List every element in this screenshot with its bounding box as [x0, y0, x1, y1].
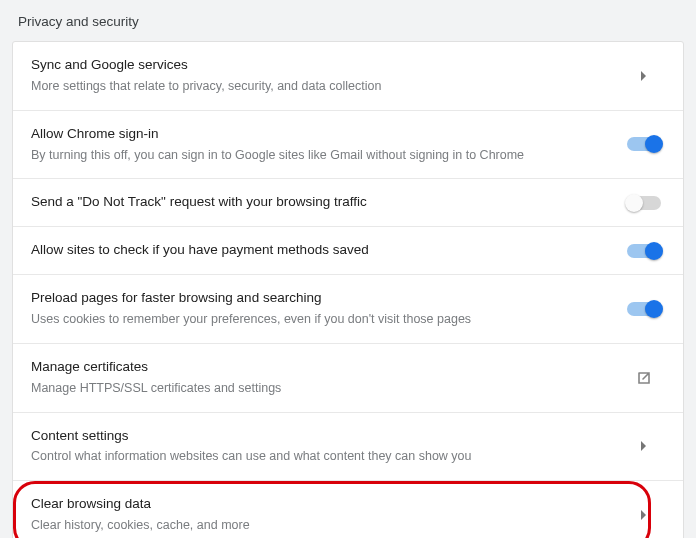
row-manage-certificates[interactable]: Manage certificates Manage HTTPS/SSL cer… — [13, 344, 683, 413]
row-text: Allow sites to check if you have payment… — [31, 241, 623, 260]
section-title: Privacy and security — [0, 0, 696, 41]
row-subtitle: Manage HTTPS/SSL certificates and settin… — [31, 379, 611, 398]
toggle-do-not-track[interactable] — [623, 196, 665, 210]
toggle-switch-off — [627, 196, 661, 210]
row-title: Allow Chrome sign-in — [31, 125, 611, 144]
toggle-switch-on — [627, 137, 661, 151]
toggle-switch-on — [627, 302, 661, 316]
row-title: Send a "Do Not Track" request with your … — [31, 193, 611, 212]
toggle-allow-sign-in[interactable] — [623, 137, 665, 151]
row-title: Content settings — [31, 427, 611, 446]
row-title: Sync and Google services — [31, 56, 611, 75]
row-text: Send a "Do Not Track" request with your … — [31, 193, 623, 212]
row-subtitle: More settings that relate to privacy, se… — [31, 77, 611, 96]
chevron-right-icon — [623, 509, 665, 521]
row-preload-pages: Preload pages for faster browsing and se… — [13, 275, 683, 344]
row-title: Clear browsing data — [31, 495, 611, 514]
external-link-icon — [623, 370, 665, 386]
row-text: Clear browsing data Clear history, cooki… — [31, 495, 623, 535]
row-payment-methods: Allow sites to check if you have payment… — [13, 227, 683, 275]
row-subtitle: Uses cookies to remember your preference… — [31, 310, 611, 329]
toggle-preload-pages[interactable] — [623, 302, 665, 316]
row-sync-google-services[interactable]: Sync and Google services More settings t… — [13, 42, 683, 111]
row-text: Preload pages for faster browsing and se… — [31, 289, 623, 329]
row-content-settings[interactable]: Content settings Control what informatio… — [13, 413, 683, 482]
row-subtitle: Control what information websites can us… — [31, 447, 611, 466]
chevron-right-icon — [623, 70, 665, 82]
toggle-payment-methods[interactable] — [623, 244, 665, 258]
chevron-right-icon — [623, 440, 665, 452]
row-title: Preload pages for faster browsing and se… — [31, 289, 611, 308]
row-title: Allow sites to check if you have payment… — [31, 241, 611, 260]
row-text: Content settings Control what informatio… — [31, 427, 623, 467]
row-do-not-track: Send a "Do Not Track" request with your … — [13, 179, 683, 227]
row-text: Allow Chrome sign-in By turning this off… — [31, 125, 623, 165]
row-clear-browsing-data[interactable]: Clear browsing data Clear history, cooki… — [13, 481, 683, 538]
row-text: Sync and Google services More settings t… — [31, 56, 623, 96]
row-allow-chrome-sign-in: Allow Chrome sign-in By turning this off… — [13, 111, 683, 180]
row-subtitle: By turning this off, you can sign in to … — [31, 146, 611, 165]
toggle-switch-on — [627, 244, 661, 258]
row-subtitle: Clear history, cookies, cache, and more — [31, 516, 611, 535]
settings-card: Sync and Google services More settings t… — [12, 41, 684, 538]
row-title: Manage certificates — [31, 358, 611, 377]
row-text: Manage certificates Manage HTTPS/SSL cer… — [31, 358, 623, 398]
